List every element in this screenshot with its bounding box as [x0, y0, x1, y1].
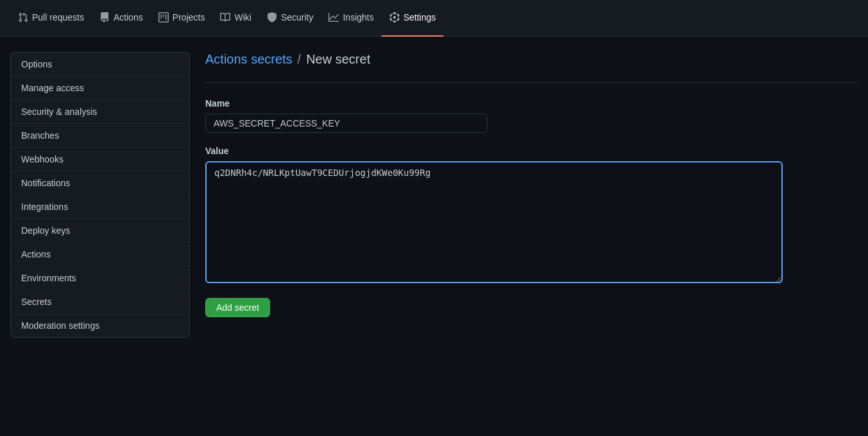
wiki-icon — [220, 12, 230, 22]
sidebar-item-environments[interactable]: Environments — [11, 266, 189, 290]
nav-insights[interactable]: Insights — [321, 0, 381, 37]
actions-icon — [99, 12, 110, 22]
nav-pull-requests[interactable]: Pull requests — [10, 0, 92, 37]
projects-icon — [158, 12, 169, 22]
sidebar-item-manage-access[interactable]: Manage access — [11, 76, 189, 100]
top-nav: Pull requests Actions Projects Wiki Secu… — [0, 0, 868, 37]
name-input[interactable] — [205, 114, 488, 133]
nav-pull-requests-label: Pull requests — [32, 12, 84, 22]
insights-icon — [328, 12, 339, 22]
sidebar-item-deploy-keys[interactable]: Deploy keys — [11, 219, 189, 243]
settings-icon — [389, 12, 400, 22]
nav-actions[interactable]: Actions — [92, 0, 151, 37]
sidebar-item-branches[interactable]: Branches — [11, 124, 189, 148]
security-icon — [267, 12, 277, 22]
breadcrumb-separator: / — [298, 52, 302, 67]
breadcrumb-link[interactable]: Actions secrets — [205, 52, 293, 67]
nav-settings[interactable]: Settings — [382, 0, 444, 37]
breadcrumb-current: New secret — [306, 52, 370, 67]
sidebar-item-security-analysis[interactable]: Security & analysis — [11, 100, 189, 124]
sidebar-item-notifications[interactable]: Notifications — [11, 171, 189, 195]
breadcrumb: Actions secrets / New secret — [205, 52, 858, 67]
value-field-group: Value — [205, 146, 858, 285]
sidebar-container: Options Manage access Security & analysi… — [10, 52, 190, 338]
add-secret-button[interactable]: Add secret — [205, 298, 270, 317]
sidebar-item-integrations[interactable]: Integrations — [11, 195, 189, 219]
nav-insights-label: Insights — [343, 12, 373, 22]
name-field-group: Name — [205, 98, 858, 133]
name-label: Name — [205, 98, 858, 109]
nav-security-label: Security — [281, 12, 314, 22]
nav-wiki[interactable]: Wiki — [212, 0, 259, 37]
content-area: Actions secrets / New secret Name Value … — [205, 52, 858, 338]
nav-wiki-label: Wiki — [234, 12, 251, 22]
nav-actions-label: Actions — [114, 12, 143, 22]
sidebar-item-webhooks[interactable]: Webhooks — [11, 148, 189, 171]
nav-projects[interactable]: Projects — [151, 0, 213, 37]
section-divider — [205, 82, 858, 83]
value-textarea[interactable] — [205, 161, 783, 283]
value-label: Value — [205, 146, 858, 156]
sidebar-item-moderation-settings[interactable]: Moderation settings — [11, 314, 189, 337]
sidebar-item-actions[interactable]: Actions — [11, 243, 189, 266]
sidebar-item-options[interactable]: Options — [11, 53, 189, 76]
nav-security[interactable]: Security — [259, 0, 321, 37]
pull-request-icon — [18, 12, 28, 22]
main-layout: Options Manage access Security & analysi… — [0, 37, 868, 353]
nav-projects-label: Projects — [173, 12, 205, 22]
sidebar-item-secrets[interactable]: Secrets — [11, 290, 189, 314]
sidebar: Options Manage access Security & analysi… — [10, 52, 190, 338]
nav-settings-label: Settings — [404, 12, 436, 22]
